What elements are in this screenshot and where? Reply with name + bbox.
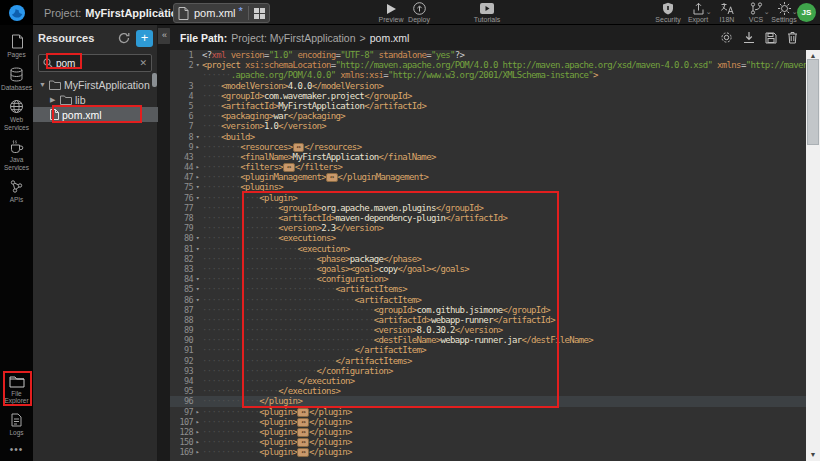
tab-pom-xml[interactable]: pom.xml * xyxy=(173,3,270,23)
editor-settings-gear-icon[interactable] xyxy=(720,31,733,44)
code-line[interactable]: 88····································<a… xyxy=(170,315,806,325)
code-line[interactable]: 5····<artifactId>MyFirstApplication</art… xyxy=(170,101,806,111)
caret-down-icon[interactable]: ▼ xyxy=(39,81,46,88)
code-line[interactable]: 77················<groupId>org.apache.ma… xyxy=(170,203,806,213)
code-line[interactable]: 89····································<v… xyxy=(170,325,806,335)
code-line[interactable]: 75▾········<plugins> xyxy=(170,182,806,192)
code-line[interactable]: 44▸········<filters>↔</filters> xyxy=(170,162,806,172)
code-line[interactable]: 84▾························<configuratio… xyxy=(170,274,806,284)
code-line[interactable]: 3····<modelVersion>4.0.0</modelVersion> xyxy=(170,81,806,91)
caret-right-icon[interactable]: ▶ xyxy=(50,96,57,104)
code-line[interactable]: 93························</configuratio… xyxy=(170,366,806,376)
code-line[interactable]: 107▸············<plugin>↔</plugin> xyxy=(170,417,806,427)
code-line[interactable]: 9▸········<resources>↔</resources> xyxy=(170,142,806,152)
deploy-button[interactable]: Deploy xyxy=(402,2,436,23)
code-line[interactable]: 82························<phase>package… xyxy=(170,254,806,264)
download-icon[interactable] xyxy=(743,31,755,44)
code-line[interactable]: 97▸············<plugin>↔</plugin> xyxy=(170,407,806,417)
save-icon[interactable] xyxy=(765,32,777,44)
scroll-down-arrow[interactable]: ▼ xyxy=(806,449,820,461)
code-line[interactable]: 95················</executions> xyxy=(170,386,806,396)
code-line[interactable]: ······.apache.org/POM/4.0.0" xmlns:xsi="… xyxy=(170,70,806,80)
fold-toggle-icon[interactable]: ▾ xyxy=(193,244,202,254)
settings-button[interactable]: ⌄ Settings xyxy=(767,2,801,23)
grid-layout-icon[interactable] xyxy=(254,8,265,19)
folded-region-pill[interactable]: ↔ xyxy=(297,438,309,447)
code-line[interactable]: 81▾····················<execution> xyxy=(170,244,806,254)
sidebar-item-web-services[interactable]: Web Services xyxy=(0,99,33,131)
code-line[interactable]: 43········<finalName>MyFirstApplication<… xyxy=(170,152,806,162)
code-line[interactable]: 78················<artifactId>maven-depe… xyxy=(170,213,806,223)
code-line[interactable]: 2▾<project xsi:schemaLocation="http://ma… xyxy=(170,60,806,70)
code-line[interactable]: 128▸············<plugin>↔</plugin> xyxy=(170,427,806,437)
fold-toggle-icon[interactable]: ▾ xyxy=(193,182,202,192)
folded-region-pill[interactable]: ↔ xyxy=(283,163,295,172)
scrollbar-thumb[interactable] xyxy=(807,59,819,145)
code-line[interactable]: 7····<version>1.0</version> xyxy=(170,121,806,131)
fold-toggle-icon[interactable]: ▾ xyxy=(193,233,202,243)
fold-toggle-icon[interactable]: ▸ xyxy=(193,162,202,172)
code-line[interactable]: 8▾····<build> xyxy=(170,132,806,142)
sidebar-item-pages[interactable]: Pages xyxy=(0,34,33,59)
security-button[interactable]: Security xyxy=(651,2,685,23)
refresh-icon[interactable] xyxy=(118,32,130,44)
user-avatar[interactable]: JS xyxy=(797,3,816,22)
tutorials-button[interactable]: Tutorials xyxy=(470,2,504,23)
code-line[interactable]: 150▸············<plugin>↔</plugin> xyxy=(170,437,806,447)
resource-search[interactable]: ✕ xyxy=(38,54,152,72)
code-line[interactable]: 94····················</execution> xyxy=(170,376,806,386)
search-input[interactable] xyxy=(56,58,130,69)
code-line[interactable]: 83························<goals><goal>c… xyxy=(170,264,806,274)
code-line[interactable]: 6····<packaging>war</packaging> xyxy=(170,111,806,121)
sidebar-item-java-services[interactable]: Java Services xyxy=(0,139,33,171)
code-line[interactable]: 86▾································<arti… xyxy=(170,295,806,305)
folded-region-pill[interactable]: ↔ xyxy=(297,448,309,457)
code-line[interactable]: 80▾················<executions> xyxy=(170,233,806,243)
tree-item-root[interactable]: ▼ MyFirstApplication xyxy=(33,77,158,92)
add-resource-button[interactable]: + xyxy=(136,30,153,47)
code-line[interactable]: 76▾············<plugin> xyxy=(170,193,806,203)
folded-region-pill[interactable]: ↔ xyxy=(297,418,309,427)
editor-scrollbar[interactable]: ▲ ▼ xyxy=(806,50,820,461)
sidebar-item-apis[interactable]: APIs xyxy=(0,179,33,204)
sidebar-item-logs[interactable]: Logs xyxy=(0,413,33,437)
fold-toggle-icon[interactable]: ▾ xyxy=(193,132,202,142)
code-line[interactable]: 91································</arti… xyxy=(170,345,806,355)
code-line[interactable]: 92····························</artifact… xyxy=(170,356,806,366)
code-line[interactable]: 90····································<d… xyxy=(170,335,806,345)
fold-toggle-icon[interactable]: ▸ xyxy=(193,417,202,427)
fold-toggle-icon[interactable]: ▾ xyxy=(193,193,202,203)
sidebar-item-databases[interactable]: Databases xyxy=(0,67,33,92)
fold-toggle-icon[interactable]: ▾ xyxy=(193,295,202,305)
folded-region-pill[interactable]: ↔ xyxy=(293,143,305,152)
folded-region-pill[interactable]: ↔ xyxy=(326,173,338,182)
fold-toggle-icon[interactable]: ▾ xyxy=(193,284,202,294)
fold-toggle-icon[interactable]: ▸ xyxy=(193,172,202,182)
app-logo[interactable] xyxy=(0,0,33,25)
folded-region-pill[interactable]: ↔ xyxy=(297,428,309,437)
code-line[interactable]: 87····································<g… xyxy=(170,305,806,315)
fold-toggle-icon[interactable]: ▸ xyxy=(193,447,202,457)
tree-item-pom-xml[interactable]: pom.xml xyxy=(33,107,158,122)
panel-scrollbar-thumb[interactable] xyxy=(152,73,157,87)
clear-search-icon[interactable]: ✕ xyxy=(139,58,147,68)
fold-toggle-icon[interactable]: ▾ xyxy=(193,274,202,284)
fold-toggle-icon[interactable]: ▸ xyxy=(193,437,202,447)
code-line[interactable]: 4····<groupId>com.wavemaker.project</gro… xyxy=(170,91,806,101)
fold-toggle-icon[interactable]: ▾ xyxy=(193,60,202,70)
code-line[interactable]: 47▸········<pluginManagement>↔</pluginMa… xyxy=(170,172,806,182)
more-menu-icon[interactable]: ••• xyxy=(10,444,24,455)
fold-toggle-icon[interactable]: ▸ xyxy=(193,142,202,152)
code-line[interactable]: 79················<version>2.3</version> xyxy=(170,223,806,233)
folded-region-pill[interactable]: ↔ xyxy=(297,408,309,417)
sidebar-item-file-explorer[interactable]: File Explorer xyxy=(0,375,33,405)
code-line[interactable]: 1<?xml version="1.0" encoding="UTF-8" st… xyxy=(170,50,806,60)
tree-item-lib[interactable]: ▶ lib xyxy=(33,92,158,107)
code-line[interactable]: 169▸············<plugin>↔</plugin> xyxy=(170,447,806,457)
code-lines[interactable]: 1<?xml version="1.0" encoding="UTF-8" st… xyxy=(170,50,806,461)
fold-toggle-icon[interactable]: ▸ xyxy=(193,427,202,437)
code-line[interactable]: 85▾····························<artifact… xyxy=(170,284,806,294)
delete-trash-icon[interactable] xyxy=(787,31,798,44)
code-line[interactable]: 96············</plugin> xyxy=(170,396,806,406)
fold-toggle-icon[interactable]: ▸ xyxy=(193,407,202,417)
